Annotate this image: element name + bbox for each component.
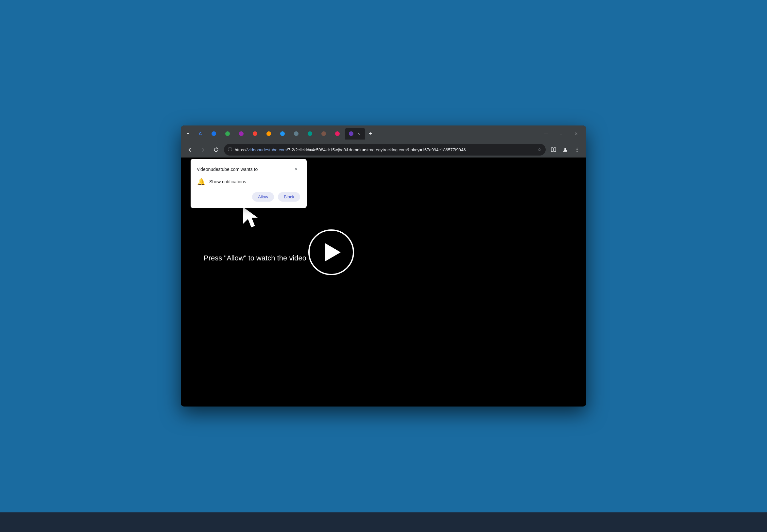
popup-close-button[interactable]: × (292, 165, 300, 173)
forward-button[interactable] (198, 144, 208, 155)
tab-4-favicon (239, 131, 243, 136)
popup-permission: 🔔 Show notifications (197, 178, 300, 186)
nav-bar: i https://videonudestube.com/7-2/?clicki… (181, 142, 586, 158)
tab-8[interactable] (290, 128, 303, 140)
tab-3[interactable] (221, 128, 234, 140)
back-button[interactable] (185, 144, 195, 155)
tab-7[interactable] (276, 128, 289, 140)
profile-button[interactable] (560, 144, 571, 155)
address-bar[interactable]: i https://videonudestube.com/7-2/?clicki… (224, 144, 546, 156)
tab-9[interactable] (304, 128, 317, 140)
tab-6[interactable] (262, 128, 275, 140)
tab-11-favicon (335, 131, 340, 136)
browser-window: G (181, 125, 586, 407)
tab-1[interactable]: G (194, 128, 207, 140)
svg-marker-8 (243, 207, 258, 228)
tab-5-favicon (253, 131, 257, 136)
url-domain: videonudestube.com (247, 147, 287, 152)
play-circle[interactable] (308, 229, 354, 275)
minimize-button[interactable]: — (539, 128, 554, 139)
bell-icon: 🔔 (197, 178, 205, 186)
tab-10-favicon (321, 131, 326, 136)
play-button-container[interactable] (308, 229, 354, 275)
press-allow-text: Press "Allow" to watch the video (204, 254, 306, 262)
svg-text:i: i (230, 148, 230, 151)
window-controls: — □ ✕ (539, 128, 584, 139)
tab-3-favicon (225, 131, 230, 136)
split-screen-button[interactable] (548, 144, 559, 155)
bookmark-star-icon[interactable]: ☆ (538, 147, 542, 152)
close-button[interactable]: ✕ (569, 128, 584, 139)
tab-10[interactable] (317, 128, 330, 140)
svg-point-5 (577, 148, 578, 149)
tab-2-favicon (211, 131, 216, 136)
security-icon: i (228, 147, 232, 152)
notification-popup: videonudestube.com wants to × 🔔 Show not… (191, 159, 307, 208)
reload-button[interactable] (211, 144, 221, 155)
block-button[interactable]: Block (278, 192, 300, 202)
svg-rect-3 (554, 148, 556, 152)
permission-text: Show notifications (209, 179, 246, 184)
svg-point-6 (577, 149, 578, 150)
title-bar: G (181, 125, 586, 142)
maximize-button[interactable]: □ (554, 128, 569, 139)
popup-header: videonudestube.com wants to × (197, 165, 300, 173)
allow-button[interactable]: Allow (252, 192, 274, 202)
url-protocol: https:// (235, 147, 247, 152)
url-path: /7-2/?clickid=4c5084kir15wjbe8&domain=st… (287, 147, 466, 152)
tab-strip: G (194, 128, 537, 140)
tab-6-favicon (266, 131, 271, 136)
play-triangle-icon (325, 243, 341, 261)
tab-1-favicon: G (198, 131, 203, 136)
nav-right-icons (548, 144, 582, 155)
popup-title: videonudestube.com wants to (197, 167, 258, 172)
tab-12-close-button[interactable]: ✕ (356, 131, 361, 136)
new-tab-button[interactable]: + (366, 129, 375, 138)
tab-11[interactable] (331, 128, 344, 140)
url-display: https://videonudestube.com/7-2/?clickid=… (235, 147, 535, 152)
tab-9-favicon (308, 131, 312, 136)
tab-5[interactable] (249, 128, 262, 140)
tab-2[interactable] (208, 128, 221, 140)
browser-content: videonudestube.com wants to × 🔔 Show not… (181, 158, 586, 407)
popup-buttons: Allow Block (197, 192, 300, 202)
cursor-arrow-graphic (240, 203, 272, 236)
menu-button[interactable] (572, 144, 582, 155)
tab-12-active[interactable]: ✕ (345, 128, 365, 140)
tab-7-favicon (280, 131, 285, 136)
svg-rect-2 (551, 148, 553, 152)
tab-4[interactable] (235, 128, 248, 140)
tab-dropdown-button[interactable] (183, 129, 192, 138)
tab-12-favicon (349, 131, 353, 136)
tab-8-favicon (294, 131, 298, 136)
svg-point-7 (577, 151, 578, 152)
